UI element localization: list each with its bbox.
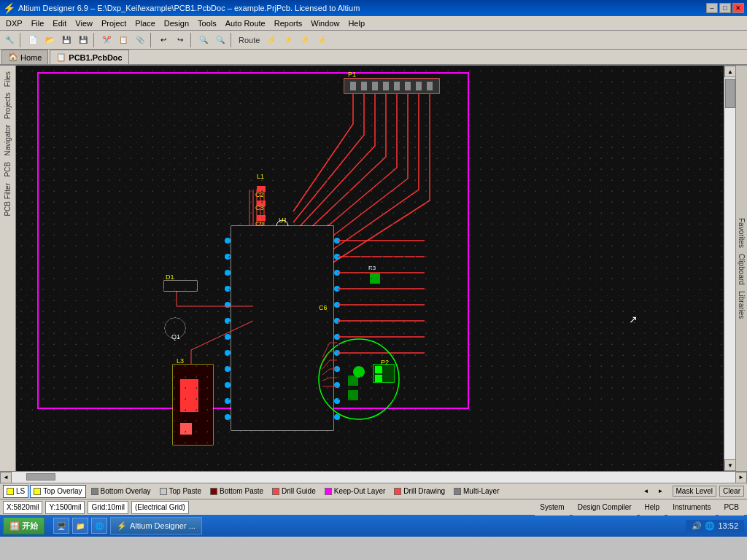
tb-paste[interactable]: 📎 xyxy=(132,32,148,48)
tab-home[interactable]: 🏠 Home xyxy=(1,50,48,64)
start-icon: 🪟 xyxy=(9,521,20,531)
toolbar-1: 🔧 📄 📂 💾 💾 ✂️ 📋 📎 ↩ ↪ 🔍 🔍 Route ⚡ ⚡ ⚡ ⚡ xyxy=(0,31,747,50)
taskbar-tray: 🔊 🌐 13:52 xyxy=(686,520,744,532)
tb-new[interactable]: 📄 xyxy=(25,32,41,48)
panel-files[interactable]: Files xyxy=(2,69,13,90)
menu-item-reports[interactable]: Reports xyxy=(270,18,307,28)
menu-item-project[interactable]: Project xyxy=(97,18,131,28)
tb-save-all[interactable]: 💾 xyxy=(75,32,91,48)
tb-undo[interactable]: ↩ xyxy=(155,32,171,48)
tb-zoom-in[interactable]: 🔍 xyxy=(196,32,212,48)
status-help[interactable]: Help xyxy=(640,499,665,516)
scroll-thumb-h[interactable] xyxy=(26,473,55,481)
taskbar-app-label: Altium Designer ... xyxy=(130,521,196,530)
right-scrollbar[interactable]: ▲ ▼ xyxy=(724,66,735,471)
menu-item-design[interactable]: Design xyxy=(160,18,193,28)
scroll-up-button[interactable]: ▲ xyxy=(724,66,736,77)
layer-drill-guide-color xyxy=(272,488,279,495)
status-electrical: (Electrical Grid) xyxy=(131,501,189,514)
home-icon: 🏠 xyxy=(8,52,18,62)
tb-redo[interactable]: ↪ xyxy=(172,32,188,48)
menu-item-place[interactable]: Place xyxy=(131,18,160,28)
panel-projects[interactable]: Projects xyxy=(2,90,13,122)
tb-route2[interactable]: ⚡ xyxy=(280,32,296,48)
status-design-compiler[interactable]: Design Compiler xyxy=(573,499,637,516)
menu-item-tools[interactable]: Tools xyxy=(193,18,221,28)
layer-keepout-color xyxy=(325,488,332,495)
layer-top-overlay-label: Top Overlay xyxy=(43,487,82,495)
route-label: Route xyxy=(239,36,260,44)
status-grid: Grid:10mil xyxy=(88,501,128,514)
menu-item-dxp[interactable]: DXP xyxy=(1,18,27,28)
start-button[interactable]: 🪟 开始 xyxy=(3,517,44,534)
menu-item-window[interactable]: Window xyxy=(306,18,344,28)
layer-drill-drawing[interactable]: Drill Drawing xyxy=(390,485,449,498)
tb-route4[interactable]: ⚡ xyxy=(314,32,330,48)
tb-save[interactable]: 💾 xyxy=(58,32,74,48)
layer-drill-guide[interactable]: Drill Guide xyxy=(268,485,320,498)
menu-item-auto-route[interactable]: Auto Route xyxy=(221,18,270,28)
layer-multi[interactable]: Multi-Layer xyxy=(450,485,503,498)
main-layout: Files Projects Navigator PCB PCB Filter … xyxy=(0,66,747,483)
maximize-button[interactable]: □ xyxy=(719,3,731,13)
tb-sep-1 xyxy=(20,33,23,47)
status-pcb[interactable]: PCB xyxy=(719,499,744,516)
scroll-right-button[interactable]: ► xyxy=(735,472,747,483)
tb-sep-3 xyxy=(150,33,153,47)
status-instruments[interactable]: Instruments xyxy=(667,499,716,516)
layer-top-paste-label: Top Paste xyxy=(169,487,201,495)
panel-pcb-filter[interactable]: PCB Filter xyxy=(2,180,13,219)
panel-navigator[interactable]: Navigator xyxy=(2,122,13,159)
layer-top-paste[interactable]: Top Paste xyxy=(156,485,205,498)
taskbar-icon-3[interactable]: 🌐 xyxy=(91,518,107,534)
panel-favorites[interactable]: Favorites xyxy=(737,215,746,251)
layer-bottom-paste-label: Bottom Paste xyxy=(220,487,263,495)
layer-ls[interactable]: LS xyxy=(3,485,28,498)
layer-bottom-overlay-label: Bottom Overlay xyxy=(101,487,151,495)
tb-cut[interactable]: ✂️ xyxy=(98,32,115,48)
close-button[interactable]: ✕ xyxy=(732,3,744,13)
panel-clipboard[interactable]: Clipboard xyxy=(737,251,746,288)
scroll-down-button[interactable]: ▼ xyxy=(724,459,736,471)
taskbar-altium-app[interactable]: ⚡ Altium Designer ... xyxy=(110,517,202,534)
status-system[interactable]: System xyxy=(535,499,569,516)
layer-bottom-paste[interactable]: Bottom Paste xyxy=(206,485,267,498)
layer-bottom-overlay[interactable]: Bottom Overlay xyxy=(88,485,155,498)
tb-zoom-out[interactable]: 🔍 xyxy=(212,32,228,48)
layer-keepout[interactable]: Keep-Out Layer xyxy=(321,485,390,498)
menu-item-file[interactable]: File xyxy=(27,18,49,28)
taskbar-app-icon: ⚡ xyxy=(117,521,127,531)
layer-nav-left[interactable]: ◄ xyxy=(640,486,652,497)
menu-item-edit[interactable]: Edit xyxy=(48,18,71,28)
tab-pcb1[interactable]: 📋 PCB1.PcbDoc xyxy=(50,50,128,64)
scroll-left-button[interactable]: ◄ xyxy=(0,472,12,483)
tb-copy[interactable]: 📋 xyxy=(115,32,131,48)
tb-route3[interactable]: ⚡ xyxy=(297,32,313,48)
scroll-track-v[interactable] xyxy=(724,77,735,459)
mask-level-button[interactable]: Mask Level xyxy=(673,486,717,497)
tb-open[interactable]: 📂 xyxy=(42,32,58,48)
layer-nav-right[interactable]: ► xyxy=(655,486,667,497)
minimize-button[interactable]: – xyxy=(706,3,718,13)
tb-route1[interactable]: ⚡ xyxy=(263,32,279,48)
panel-libraries[interactable]: Libraries xyxy=(737,288,746,322)
scroll-thumb-v[interactable] xyxy=(725,79,735,108)
layer-multi-color xyxy=(454,488,461,495)
taskbar-icon-1[interactable]: 🖥️ xyxy=(53,518,69,534)
clear-button[interactable]: Clear xyxy=(719,486,744,497)
pcb-dot-grid xyxy=(16,66,724,471)
right-panel: Favorites Clipboard Libraries xyxy=(735,66,747,471)
tb-sep-4 xyxy=(190,33,193,47)
menu-item-help[interactable]: Help xyxy=(344,18,369,28)
panel-pcb[interactable]: PCB xyxy=(2,159,13,180)
layer-bottom-overlay-color xyxy=(91,488,98,495)
layer-keepout-label: Keep-Out Layer xyxy=(334,487,386,495)
taskbar-icon-2[interactable]: 📁 xyxy=(72,518,88,534)
pcb-canvas-area[interactable]: ↗ xyxy=(16,66,724,471)
tb-dxp[interactable]: 🔧 xyxy=(1,32,18,48)
scroll-track-h[interactable] xyxy=(12,472,735,483)
bottom-scrollbar[interactable]: ◄ ► xyxy=(0,471,747,483)
menu-item-view[interactable]: View xyxy=(71,18,97,28)
layer-top-overlay[interactable]: Top Overlay xyxy=(30,485,85,498)
window-controls: – □ ✕ xyxy=(706,3,744,13)
